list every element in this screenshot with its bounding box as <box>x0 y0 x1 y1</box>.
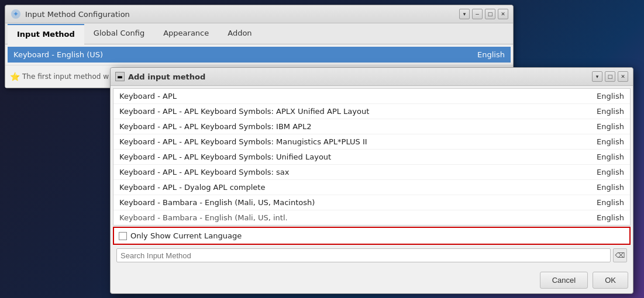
restore-button[interactable]: ▾ <box>459 9 470 19</box>
item-name: Keyboard - APL - APL Keyboard Symbols: M… <box>119 137 367 146</box>
item-lang: English <box>597 107 624 116</box>
list-item[interactable]: Keyboard - APL - APL Keyboard Symbols: U… <box>113 150 630 165</box>
item-lang: English <box>597 92 624 101</box>
item-lang: English <box>597 198 624 207</box>
svg-text:✦: ✦ <box>13 10 19 18</box>
close-button[interactable]: ✕ <box>498 9 508 19</box>
maximize-button[interactable]: □ <box>485 9 495 19</box>
tab-global-config[interactable]: Global Config <box>84 24 154 44</box>
list-item[interactable]: Keyboard - APL - APL Keyboard Symbols: s… <box>113 165 630 180</box>
tab-input-method[interactable]: Input Method <box>8 24 84 44</box>
main-window-title: Input Method Configuration <box>25 10 130 19</box>
item-lang: English <box>597 122 624 131</box>
selected-item-lang: English <box>477 50 505 59</box>
status-text: The first input method w <box>22 72 109 81</box>
search-input[interactable] <box>116 248 611 262</box>
list-item[interactable]: Keyboard - APL - APL Keyboard Symbols: A… <box>113 104 630 119</box>
filter-label: Only Show Current Language <box>130 231 242 240</box>
dialog-title: Add input method <box>128 72 205 81</box>
list-item[interactable]: Keyboard - Bambara - English (Mali, US, … <box>113 210 630 225</box>
dialog-titlebar-buttons: ▾ □ ✕ <box>592 71 628 82</box>
item-name: Keyboard - APL - APL Keyboard Symbols: U… <box>119 153 331 161</box>
item-name: Keyboard - APL - APL Keyboard Symbols: A… <box>119 107 369 116</box>
app-icon: ✦ <box>10 8 22 20</box>
item-name: Keyboard - Bambara - English (Mali, US, … <box>119 213 288 222</box>
main-titlebar: ✦ Input Method Configuration ▾ − □ ✕ <box>5 5 513 23</box>
item-lang: English <box>597 168 624 176</box>
ok-button[interactable]: OK <box>593 272 628 289</box>
list-item[interactable]: Keyboard - APL English <box>113 89 630 104</box>
dialog-maximize-button[interactable]: □ <box>605 71 615 82</box>
list-item[interactable]: Keyboard - APL - APL Keyboard Symbols: I… <box>113 119 630 134</box>
dialog-titlebar-left: ▬ Add input method <box>115 72 205 81</box>
selected-item-name: Keyboard - English (US) <box>13 50 103 59</box>
item-name: Keyboard - APL - Dyalog APL complete <box>119 183 265 192</box>
item-lang: English <box>597 183 624 192</box>
collapse-button[interactable]: ▬ <box>115 72 125 81</box>
item-lang: English <box>597 213 624 222</box>
tab-addon[interactable]: Addon <box>218 24 261 44</box>
search-row: ⌫ <box>113 246 631 265</box>
list-item[interactable]: Keyboard - APL - APL Keyboard Symbols: M… <box>113 134 630 150</box>
input-method-list: Keyboard - APL English Keyboard - APL - … <box>113 88 631 226</box>
list-item[interactable]: Keyboard - Bambara - English (Mali, US, … <box>113 195 630 210</box>
star-icon: ⭐ <box>10 72 20 81</box>
dialog-titlebar: ▬ Add input method ▾ □ ✕ <box>111 68 633 86</box>
titlebar-left: ✦ Input Method Configuration <box>10 8 130 20</box>
add-input-method-dialog: ▬ Add input method ▾ □ ✕ Keyboard - APL … <box>110 67 633 294</box>
item-name: Keyboard - APL - APL Keyboard Symbols: I… <box>119 122 311 131</box>
dialog-restore-button[interactable]: ▾ <box>592 71 602 82</box>
item-name: Keyboard - APL <box>119 92 177 101</box>
main-content: Keyboard - English (US) English <box>8 47 511 63</box>
item-name: Keyboard - APL - APL Keyboard Symbols: s… <box>119 168 290 176</box>
item-lang: English <box>597 153 624 161</box>
list-item[interactable]: Keyboard - APL - Dyalog APL complete Eng… <box>113 180 630 195</box>
cancel-button[interactable]: Cancel <box>540 272 588 289</box>
selected-item[interactable]: Keyboard - English (US) English <box>8 47 511 63</box>
bottom-status: ⭐ The first input method w <box>10 72 109 81</box>
main-titlebar-buttons: ▾ − □ ✕ <box>459 9 508 19</box>
dialog-buttons: Cancel OK <box>111 267 633 293</box>
tab-bar: Input Method Global Config Appearance Ad… <box>5 23 513 44</box>
dialog-close-button[interactable]: ✕ <box>618 71 628 82</box>
clear-search-button[interactable]: ⌫ <box>613 248 627 262</box>
item-name: Keyboard - Bambara - English (Mali, US, … <box>119 198 315 207</box>
only-current-language-checkbox[interactable] <box>119 232 127 240</box>
tab-appearance[interactable]: Appearance <box>154 24 218 44</box>
minimize-button[interactable]: − <box>472 9 483 19</box>
filter-row: Only Show Current Language <box>113 227 631 245</box>
item-lang: English <box>597 137 624 146</box>
